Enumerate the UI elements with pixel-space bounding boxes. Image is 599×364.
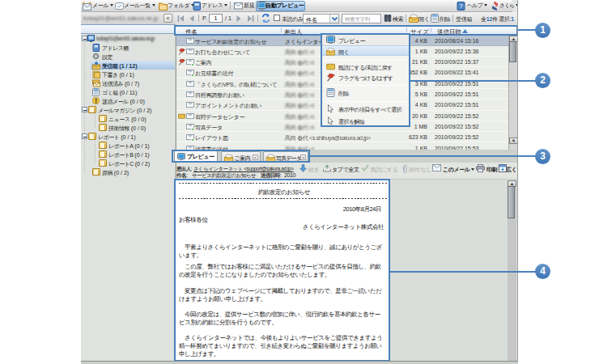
svg-text:?: ? [459, 2, 463, 10]
